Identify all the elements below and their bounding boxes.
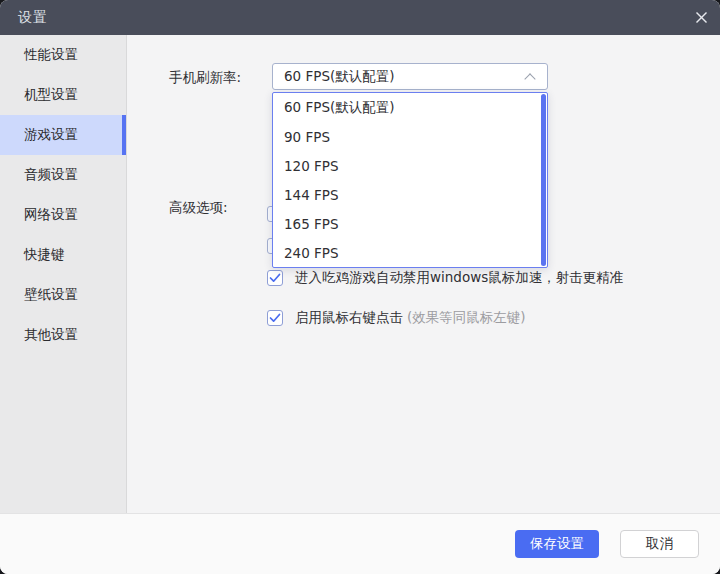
- sidebar-item-label: 音频设置: [24, 166, 78, 184]
- dropdown-option[interactable]: 144 FPS: [273, 180, 547, 209]
- titlebar: 设置: [0, 0, 720, 35]
- refresh-rate-dropdown: 60 FPS(默认配置)90 FPS120 FPS144 FPS165 FPS2…: [272, 92, 548, 268]
- dropdown-option[interactable]: 120 FPS: [273, 151, 547, 180]
- sidebar-item[interactable]: 快捷键: [0, 235, 126, 275]
- dropdown-option[interactable]: 240 FPS: [273, 238, 547, 267]
- dropdown-option[interactable]: 90 FPS: [273, 122, 547, 151]
- check-icon: [269, 313, 281, 324]
- sidebar-item[interactable]: 机型设置: [0, 75, 126, 115]
- checkbox-label: 进入吃鸡游戏自动禁用windows鼠标加速，射击更精准: [295, 269, 623, 287]
- dropdown-option[interactable]: 165 FPS: [273, 209, 547, 238]
- sidebar-item[interactable]: 性能设置: [0, 35, 126, 75]
- refresh-rate-label: 手机刷新率:: [169, 69, 241, 87]
- sidebar: 性能设置 机型设置 游戏设置 音频设置 网络设置 快捷键 壁纸设置 其他设置: [0, 35, 127, 513]
- advanced-checkbox-group: 进入吃鸡游戏自动禁用windows鼠标加速，射击更精准 启用鼠标右键点击 (效果…: [267, 270, 627, 350]
- dropdown-options: 60 FPS(默认配置)90 FPS120 FPS144 FPS165 FPS2…: [273, 93, 547, 267]
- save-button[interactable]: 保存设置: [515, 530, 599, 558]
- checkbox[interactable]: [267, 310, 283, 326]
- footer-bar: 保存设置 取消: [0, 513, 720, 574]
- checkbox[interactable]: [267, 270, 283, 286]
- refresh-rate-value: 60 FPS(默认配置): [284, 68, 394, 86]
- selected-accent-bar: [122, 115, 126, 155]
- sidebar-item-label: 机型设置: [24, 86, 78, 104]
- sidebar-item[interactable]: 网络设置: [0, 195, 126, 235]
- cancel-button[interactable]: 取消: [620, 530, 699, 558]
- check-icon: [269, 273, 281, 284]
- checkbox-row: 启用鼠标右键点击 (效果等同鼠标左键): [267, 310, 627, 326]
- sidebar-item-label: 快捷键: [24, 246, 65, 264]
- dropdown-option[interactable]: 60 FPS(默认配置): [273, 93, 547, 122]
- advanced-options-label: 高级选项:: [169, 199, 228, 217]
- sidebar-item[interactable]: 其他设置: [0, 315, 126, 355]
- checkbox-label: 启用鼠标右键点击: [295, 309, 403, 327]
- close-icon: [695, 11, 708, 24]
- content-panel: 手机刷新率: 60 FPS(默认配置) 高级选项: 60 FPS(默认配置)90…: [127, 35, 720, 513]
- checkbox-row: 进入吃鸡游戏自动禁用windows鼠标加速，射击更精准: [267, 270, 627, 286]
- sidebar-item-label: 性能设置: [24, 46, 78, 64]
- sidebar-item-label: 其他设置: [24, 326, 78, 344]
- sidebar-item[interactable]: 音频设置: [0, 155, 126, 195]
- chevron-up-icon: [524, 73, 535, 84]
- sidebar-item[interactable]: 壁纸设置: [0, 275, 126, 315]
- sidebar-item-label: 网络设置: [24, 206, 78, 224]
- sidebar-item-label: 游戏设置: [24, 126, 78, 144]
- sidebar-item[interactable]: 游戏设置: [0, 115, 126, 155]
- close-button[interactable]: [682, 0, 720, 35]
- sidebar-item-label: 壁纸设置: [24, 286, 78, 304]
- window-title: 设置: [18, 9, 48, 27]
- settings-window: 设置 性能设置 机型设置 游戏设置 音频设置 网络设置 快捷键: [0, 0, 720, 574]
- dropdown-scrollbar[interactable]: [541, 94, 546, 266]
- checkbox-note: (效果等同鼠标左键): [407, 309, 526, 327]
- refresh-rate-select[interactable]: 60 FPS(默认配置): [272, 63, 548, 90]
